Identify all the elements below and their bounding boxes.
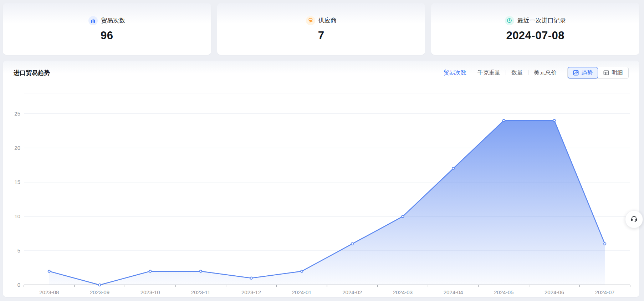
section-title: 进口贸易趋势	[14, 69, 50, 77]
svg-text:15: 15	[14, 179, 20, 185]
clock-icon	[505, 16, 514, 25]
stat-card-last-import: 最近一次进口记录 2024-07-08	[431, 3, 639, 55]
svg-text:2024-07: 2024-07	[595, 289, 615, 295]
support-button[interactable]	[625, 210, 643, 228]
svg-text:2023-11: 2023-11	[191, 289, 210, 295]
stat-card-trade-count: 贸易次数 96	[3, 3, 211, 55]
metric-tabs: 贸易次数 千克重量 数量 美元总价	[444, 69, 557, 77]
stat-card-suppliers: 供应商 7	[217, 3, 425, 55]
chart-controls: 贸易次数 千克重量 数量 美元总价 趋势	[444, 67, 629, 79]
view-toggle-label: 趋势	[581, 69, 593, 77]
table-icon	[603, 70, 609, 76]
svg-text:2024-02: 2024-02	[342, 289, 362, 295]
tab-divider	[528, 70, 528, 75]
headset-icon	[630, 215, 638, 224]
bar-chart-icon	[88, 16, 98, 25]
svg-text:2024-01: 2024-01	[292, 289, 312, 295]
trend-icon	[573, 70, 579, 76]
view-toggle-label: 明细	[612, 69, 623, 77]
stats-row: 贸易次数 96 供应商 7 最近	[3, 3, 639, 55]
svg-text:2024-03: 2024-03	[393, 289, 413, 295]
view-toggle: 趋势 明细	[567, 67, 629, 79]
import-trend-card: 05101520252023-082023-092023-102023-1120…	[3, 61, 639, 297]
stat-value: 7	[318, 29, 324, 42]
stat-label: 贸易次数	[101, 16, 125, 25]
supplier-icon	[306, 16, 315, 25]
svg-text:2023-09: 2023-09	[90, 289, 109, 295]
detail-view-button[interactable]: 明细	[598, 67, 628, 78]
svg-text:0: 0	[17, 282, 20, 288]
chart-header: 进口贸易趋势 贸易次数 千克重量 数量 美元总价	[3, 61, 639, 83]
svg-text:10: 10	[14, 213, 20, 219]
svg-text:2023-08: 2023-08	[39, 289, 59, 295]
svg-text:2024-04: 2024-04	[444, 289, 463, 295]
tab-kg-weight[interactable]: 千克重量	[477, 69, 500, 77]
svg-text:5: 5	[17, 248, 20, 254]
stat-label: 最近一次进口记录	[517, 16, 566, 25]
trend-view-button[interactable]: 趋势	[568, 67, 598, 78]
tab-divider	[506, 70, 506, 75]
trend-chart[interactable]: 05101520252023-082023-092023-102023-1120…	[3, 61, 639, 297]
svg-text:2023-10: 2023-10	[140, 289, 160, 295]
tab-quantity[interactable]: 数量	[511, 69, 523, 77]
svg-text:2023-12: 2023-12	[241, 289, 261, 295]
tab-divider	[472, 70, 472, 75]
tab-trade-count[interactable]: 贸易次数	[444, 69, 466, 77]
stat-value: 2024-07-08	[506, 29, 564, 42]
svg-text:2024-06: 2024-06	[545, 289, 564, 295]
tab-usd-total[interactable]: 美元总价	[534, 69, 557, 77]
svg-text:25: 25	[14, 111, 20, 117]
stat-value: 96	[101, 29, 113, 42]
stat-label: 供应商	[318, 16, 337, 25]
svg-text:2024-05: 2024-05	[494, 289, 513, 295]
svg-text:20: 20	[14, 145, 20, 151]
